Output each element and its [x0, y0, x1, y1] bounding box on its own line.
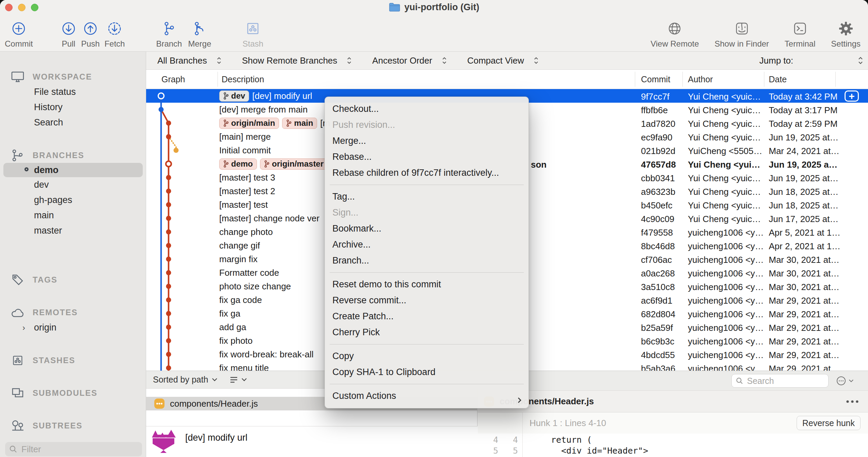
sidebar-item-file-status[interactable]: File status: [0, 84, 146, 100]
toolbar-button-view-remote[interactable]: View Remote: [650, 18, 699, 49]
sidebar-section-branches[interactable]: BRANCHES: [10, 148, 146, 163]
filter-dropdown-compact-view[interactable]: Compact View: [467, 55, 539, 66]
commit-description: [master] test 3: [219, 171, 275, 184]
toolbar-left-group: CommitPullPushFetchBranchMergeStash: [5, 18, 263, 49]
menu-item-copy-sha-1-to-clipboard[interactable]: Copy SHA-1 to Clipboard: [325, 364, 528, 380]
sidebar-filter[interactable]: [5, 442, 142, 456]
sidebar: WORKSPACEFile statusHistorySearchBRANCHE…: [0, 52, 146, 457]
branch-badge: dev: [219, 90, 249, 102]
branch-badge: origin/master: [260, 158, 328, 170]
sidebar-item-main[interactable]: main: [0, 208, 146, 223]
toolbar-button-settings[interactable]: Settings: [831, 18, 861, 49]
commit-description: [master] test 2: [219, 184, 275, 198]
sidebar-item-label: Search: [34, 117, 63, 128]
sidebar-item-origin[interactable]: ›origin: [0, 320, 146, 335]
column-separator[interactable]: [218, 72, 218, 87]
menu-item-reverse-commit[interactable]: Reverse commit...: [325, 292, 528, 308]
branch-badge: origin/main: [219, 118, 279, 129]
commit-author: yuicheng1006 <y…: [688, 282, 764, 292]
sidebar-section-stashes[interactable]: STASHES: [10, 353, 146, 368]
sidebar-item-master[interactable]: master: [0, 223, 146, 238]
menu-item-branch[interactable]: Branch...: [325, 253, 528, 269]
commit-hash: a0ac268: [641, 268, 675, 279]
filter-dropdown-show-remote-branches[interactable]: Show Remote Branches: [242, 55, 352, 66]
sidebar-section-tags[interactable]: TAGS: [10, 272, 146, 287]
expand-chevron-icon[interactable]: ›: [22, 320, 25, 335]
jump-to-stepper[interactable]: [858, 56, 863, 65]
menu-item-reset-demo-to-this-commit[interactable]: Reset demo to this commit: [325, 276, 528, 292]
commit-hash: ac6f9d1: [641, 295, 673, 306]
commit-hash: 4c90c09: [641, 214, 674, 224]
toolbar-button-branch[interactable]: Branch: [156, 18, 182, 49]
commit-date: Mar 30, 2021 at…: [769, 255, 864, 265]
commit-hash: 4bdcd55: [641, 350, 675, 360]
menu-item-tag[interactable]: Tag...: [325, 189, 528, 205]
monitor-icon: [10, 71, 25, 83]
sidebar-item-gh-pages[interactable]: gh-pages: [0, 192, 146, 208]
toolbar-button-terminal[interactable]: Terminal: [785, 18, 816, 49]
menu-item-custom-actions[interactable]: Custom Actions: [325, 388, 528, 404]
column-separator[interactable]: [835, 72, 836, 87]
menu-item-rebase[interactable]: Rebase...: [325, 149, 528, 165]
commit-description-text: fix menu title: [219, 363, 269, 371]
sidebar-section-title: REMOTES: [33, 308, 78, 317]
commit-description-text: [master] change node ver: [219, 213, 319, 224]
toolbar-button-push[interactable]: Push: [81, 18, 100, 49]
menu-item-create-patch[interactable]: Create Patch...: [325, 308, 528, 324]
sidebar-section-subtrees[interactable]: SUBTREES: [10, 418, 146, 433]
commit-description-text: fix ga: [219, 308, 240, 319]
menu-item-checkout[interactable]: Checkout...: [325, 101, 528, 117]
column-separator[interactable]: [764, 72, 764, 87]
column-header-commit[interactable]: Commit: [641, 74, 670, 84]
filter-dropdown-all-branches[interactable]: All Branches: [157, 55, 222, 66]
sidebar-section-remotes[interactable]: REMOTES: [10, 305, 146, 320]
toolbar-button-show-in-finder[interactable]: Show in Finder: [715, 18, 769, 49]
sidebar-item-dev[interactable]: dev: [0, 177, 146, 192]
sidebar-section-submodules[interactable]: SUBMODULES: [10, 386, 146, 401]
sidebar-section-workspace[interactable]: WORKSPACE: [10, 69, 146, 84]
menu-item-merge[interactable]: Merge...: [325, 133, 528, 149]
menu-item-cherry-pick[interactable]: Cherry Pick: [325, 324, 528, 340]
branch-icon: [264, 160, 270, 168]
commit-description-text: fix word-break: break-all: [219, 349, 313, 360]
commit-description-text: Initial commit: [219, 145, 271, 156]
toolbar-button-commit[interactable]: Commit: [5, 18, 33, 49]
column-separator[interactable]: [635, 72, 635, 87]
commit-date: Today at 2:59 PM: [769, 119, 864, 129]
menu-item-copy[interactable]: Copy: [325, 348, 528, 364]
commit-description: fix photo: [219, 334, 253, 348]
column-header-date[interactable]: Date: [769, 74, 787, 84]
sidebar-item-history[interactable]: History: [0, 100, 146, 115]
whitespace-options-button[interactable]: [836, 375, 854, 386]
folders-icon: [10, 387, 25, 399]
menu-item-bookmark[interactable]: Bookmark...: [325, 221, 528, 237]
sidebar-item-demo[interactable]: demo: [3, 163, 143, 177]
commit-hash: b6c9b3c: [641, 336, 674, 347]
column-separator[interactable]: [682, 72, 683, 87]
toolbar-button-pull[interactable]: Pull: [61, 18, 76, 49]
commit-author: yuicheng1006 <y…: [688, 309, 764, 320]
column-header-description[interactable]: Description: [222, 74, 264, 84]
menu-item-rebase-children-of-9f7cc7f-interactively[interactable]: Rebase children of 9f7cc7f interactively…: [325, 165, 528, 181]
commit-date: Mar 29, 2021 at…: [769, 295, 864, 306]
reverse-hunk-button[interactable]: Reverse hunk: [797, 416, 861, 430]
column-header-graph[interactable]: Graph: [161, 74, 185, 84]
diff-search-input[interactable]: [746, 376, 818, 386]
more-options-icon[interactable]: [846, 400, 859, 403]
view-options-dropdown[interactable]: [230, 376, 247, 383]
add-button[interactable]: +: [845, 90, 859, 102]
toolbar-button-merge[interactable]: Merge: [188, 18, 211, 49]
diff-search[interactable]: [731, 374, 829, 388]
column-header-author[interactable]: Author: [688, 74, 713, 84]
filter-dropdown-ancestor-order[interactable]: Ancestor Order: [372, 55, 447, 66]
menu-item-archive[interactable]: Archive...: [325, 237, 528, 253]
branch-badge-label: demo: [231, 159, 253, 169]
toolbar-button-fetch[interactable]: Fetch: [104, 18, 125, 49]
sidebar-section-title: WORKSPACE: [33, 72, 92, 82]
branch-badge-label: origin/main: [231, 118, 275, 128]
updown-stepper-icon: [347, 56, 352, 65]
sort-dropdown[interactable]: Sorted by path: [153, 375, 218, 385]
updown-stepper-icon: [216, 56, 222, 65]
sidebar-item-search[interactable]: Search: [0, 115, 146, 130]
sidebar-filter-input[interactable]: [21, 444, 133, 455]
